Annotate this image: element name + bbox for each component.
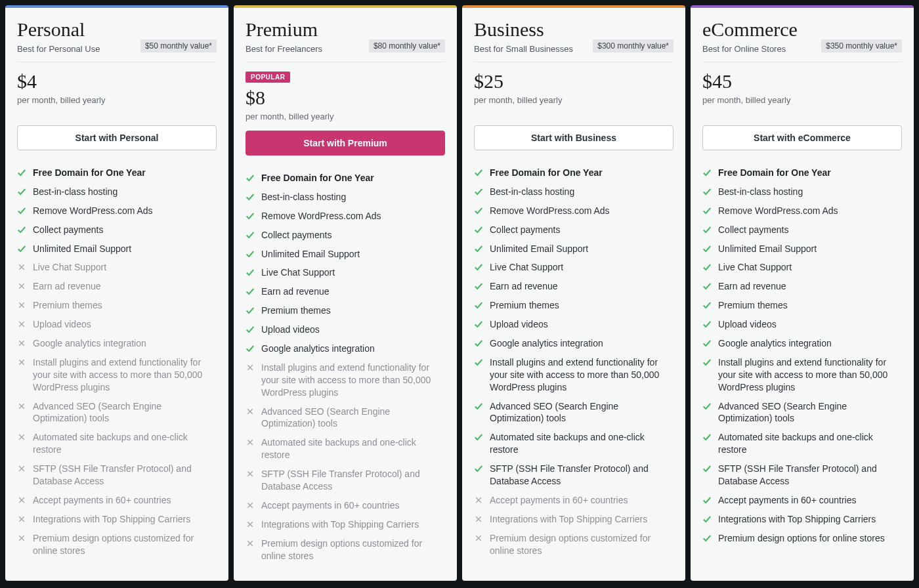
feature-item: Premium design options customized for on…: [246, 534, 445, 566]
feature-item: Remove WordPress.com Ads: [17, 201, 217, 220]
check-icon: [474, 225, 483, 234]
feature-item: Collect payments: [702, 220, 902, 240]
feature-item: Integrations with Top Shipping Carriers: [702, 510, 902, 529]
x-icon: [17, 358, 26, 367]
feature-label: Unlimited Email Support: [718, 243, 817, 255]
feature-item: Unlimited Email Support: [246, 245, 445, 264]
popular-badge: POPULAR: [246, 72, 290, 83]
feature-item: SFTP (SSH File Transfer Protocol) and Da…: [702, 459, 902, 491]
plan-price: $25: [474, 70, 673, 93]
check-icon: [702, 206, 712, 215]
x-icon: [17, 262, 26, 272]
feature-label: Premium themes: [490, 299, 559, 312]
plan-title: Business: [474, 18, 573, 40]
feature-item: Upload videos: [702, 315, 902, 334]
plan-subtitle: Best for Personal Use: [17, 44, 100, 54]
price-note: per month, billed yearly: [246, 112, 445, 121]
feature-label: Unlimited Email Support: [33, 243, 131, 255]
feature-label: Integrations with Top Shipping Carriers: [490, 513, 647, 526]
x-icon: [246, 469, 255, 478]
check-icon: [474, 339, 483, 348]
feature-item: Best-in-class hosting: [702, 182, 902, 201]
feature-item: Collect payments: [17, 220, 217, 240]
feature-item: Automated site backups and one-click res…: [474, 428, 673, 459]
x-icon: [246, 539, 255, 548]
feature-item: Free Domain for One Year: [246, 169, 445, 188]
feature-item: Automated site backups and one-click res…: [702, 428, 902, 459]
feature-label: Remove WordPress.com Ads: [490, 205, 610, 217]
feature-item: Google analytics integration: [474, 334, 673, 353]
feature-item: Unlimited Email Support: [17, 240, 217, 259]
check-icon: [702, 262, 712, 272]
feature-item: Advanced SEO (Search Engine Optimization…: [17, 397, 217, 429]
cta-button-premium[interactable]: Start with Premium: [246, 131, 445, 156]
feature-item: Premium themes: [474, 296, 673, 315]
feature-list: Free Domain for One YearBest-in-class ho…: [246, 169, 445, 565]
x-icon: [17, 495, 26, 505]
feature-item: Accept payments in 60+ countries: [17, 491, 217, 510]
feature-label: Upload videos: [261, 324, 320, 336]
feature-label: Earn ad revenue: [261, 285, 330, 298]
feature-label: Automated site backups and one-click res…: [718, 431, 902, 456]
check-icon: [702, 282, 712, 291]
feature-item: Remove WordPress.com Ads: [702, 201, 902, 220]
feature-label: Collect payments: [490, 224, 560, 236]
check-icon: [474, 464, 483, 473]
check-icon: [246, 249, 255, 259]
feature-item: Best-in-class hosting: [474, 182, 673, 201]
x-icon: [17, 339, 26, 348]
plan-header: BusinessBest for Small Businesses$300 mo…: [474, 18, 673, 62]
check-icon: [246, 230, 255, 240]
feature-label: Premium design options for online stores: [718, 532, 885, 545]
feature-item: Google analytics integration: [246, 339, 445, 358]
x-icon: [17, 282, 26, 291]
feature-label: Best-in-class hosting: [261, 191, 346, 203]
x-icon: [246, 501, 255, 510]
plan-title: Premium: [246, 18, 322, 40]
feature-item: Best-in-class hosting: [246, 188, 445, 207]
feature-item: Earn ad revenue: [702, 277, 902, 296]
feature-label: Upload videos: [718, 318, 777, 331]
feature-item: Earn ad revenue: [474, 277, 673, 296]
x-icon: [17, 464, 26, 473]
feature-item: Best-in-class hosting: [17, 182, 217, 201]
feature-item: Live Chat Support: [474, 258, 673, 277]
feature-item: Free Domain for One Year: [702, 163, 902, 182]
feature-item: Free Domain for One Year: [474, 163, 673, 182]
feature-label: Best-in-class hosting: [718, 186, 803, 198]
feature-item: Premium themes: [246, 301, 445, 320]
check-icon: [246, 325, 255, 334]
feature-label: Install plugins and extend functionality…: [33, 356, 217, 394]
feature-label: Premium design options customized for on…: [490, 532, 673, 557]
feature-label: Collect payments: [261, 229, 331, 242]
x-icon: [246, 407, 255, 416]
cta-button-business[interactable]: Start with Business: [474, 125, 673, 150]
check-icon: [246, 268, 255, 277]
cta-button-ecommerce[interactable]: Start with eCommerce: [702, 125, 902, 150]
feature-label: Advanced SEO (Search Engine Optimization…: [33, 400, 217, 425]
check-icon: [17, 168, 26, 177]
price-note: per month, billed yearly: [702, 95, 902, 105]
check-icon: [474, 282, 483, 291]
feature-item: Upload videos: [474, 315, 673, 334]
feature-item: Live Chat Support: [246, 263, 445, 282]
feature-item: Premium themes: [17, 296, 217, 315]
x-icon: [17, 320, 26, 329]
feature-item: Live Chat Support: [17, 258, 217, 277]
plan-price: $4: [17, 70, 217, 93]
plan-title: eCommerce: [702, 18, 798, 40]
feature-label: Upload videos: [490, 318, 548, 331]
cta-button-personal[interactable]: Start with Personal: [17, 125, 217, 150]
feature-label: Integrations with Top Shipping Carriers: [718, 513, 876, 526]
feature-list: Free Domain for One YearBest-in-class ho…: [17, 163, 217, 560]
plan-subtitle: Best for Freelancers: [246, 44, 322, 54]
value-badge: $80 monthly value*: [369, 39, 445, 52]
check-icon: [702, 534, 712, 543]
feature-item: Accept payments in 60+ countries: [702, 491, 902, 510]
feature-item: Upload videos: [17, 315, 217, 334]
check-icon: [474, 358, 483, 367]
feature-label: Unlimited Email Support: [490, 243, 588, 255]
value-badge: $50 monthly value*: [140, 39, 217, 52]
feature-label: Google analytics integration: [261, 343, 375, 355]
feature-label: SFTP (SSH File Transfer Protocol) and Da…: [718, 463, 902, 488]
